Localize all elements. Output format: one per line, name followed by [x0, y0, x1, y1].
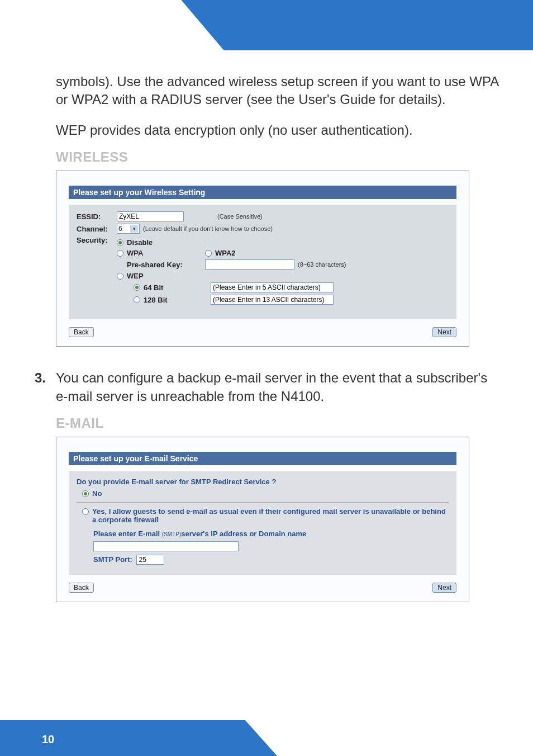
essid-label: ESSID:	[77, 212, 117, 221]
chevron-down-icon: ▾	[130, 225, 138, 233]
radio-email-no[interactable]	[82, 490, 89, 497]
wpa-label: WPA	[127, 249, 205, 257]
wireless-next-button[interactable]: Next	[432, 327, 456, 337]
email-form: Do you provide E-mail server for SMTP Re…	[69, 471, 456, 575]
email-heading: E-MAIL	[56, 415, 499, 431]
divider	[77, 502, 449, 503]
psk-label: Pre-shared Key:	[127, 261, 205, 269]
smtp-port-input[interactable]	[136, 555, 164, 565]
radio-wpa2[interactable]	[205, 250, 212, 257]
email-back-button[interactable]: Back	[69, 583, 94, 593]
radio-email-yes[interactable]	[82, 508, 89, 515]
bit128-input[interactable]	[211, 295, 334, 305]
channel-select[interactable]: 6 ▾	[117, 224, 140, 234]
wireless-screenshot: Please set up your Wireless Setting ESSI…	[56, 171, 469, 347]
email-enter-line: Please enter E-mail (SMTP)server's IP ad…	[93, 530, 449, 538]
step3-text: You can configure a backup e-mail server…	[56, 369, 499, 405]
bit64-input[interactable]	[211, 282, 334, 292]
channel-hint: (Leave default if you don't know how to …	[143, 225, 273, 232]
email-no-label: No	[92, 489, 102, 498]
step3-number: 3.	[35, 370, 46, 386]
security-label: Security:	[77, 236, 117, 244]
email-screenshot: Please set up your E-mail Service Do you…	[56, 437, 469, 602]
wep-label: WEP	[127, 272, 144, 280]
page-number: 10	[42, 733, 54, 746]
enter-suffix: server's IP address or Domain name	[181, 530, 306, 538]
email-next-button[interactable]: Next	[432, 583, 456, 593]
disable-label: Disable	[127, 238, 153, 247]
smtp-small: (SMTP)	[162, 531, 181, 537]
intro-paragraph: symbols). Use the advanced wireless setu…	[56, 73, 499, 109]
essid-hint: (Case Sensitive)	[217, 213, 263, 220]
email-server-input[interactable]	[93, 541, 239, 551]
radio-128bit[interactable]	[134, 296, 140, 303]
radio-wpa[interactable]	[117, 250, 123, 257]
channel-value: 6	[118, 225, 129, 233]
channel-label: Channel:	[77, 225, 117, 233]
wep-note: WEP provides data encryption only (no us…	[56, 121, 499, 139]
radio-64bit[interactable]	[134, 284, 140, 291]
psk-input[interactable]	[205, 259, 294, 270]
radio-disable[interactable]	[117, 239, 123, 246]
smtp-port-label: SMTP Port:	[93, 555, 132, 564]
bit128-label: 128 Bit	[144, 296, 211, 304]
email-question: Do you provide E-mail server for SMTP Re…	[77, 478, 449, 486]
wireless-heading: WIRELESS	[56, 149, 499, 165]
footer-shape	[0, 720, 533, 756]
wpa2-label: WPA2	[215, 249, 236, 257]
wireless-back-button[interactable]: Back	[69, 327, 94, 337]
radio-wep[interactable]	[117, 273, 123, 280]
wireless-panel-title: Please set up your Wireless Setting	[69, 186, 456, 199]
email-panel-title: Please set up your E-mail Service	[69, 452, 456, 465]
psk-hint: (8~63 characters)	[298, 261, 346, 268]
email-yes-label: Yes, I allow guests to send e-mail as us…	[92, 507, 449, 524]
enter-prefix: Please enter E-mail	[93, 530, 162, 538]
bit64-label: 64 Bit	[144, 284, 211, 292]
essid-input[interactable]	[117, 211, 184, 221]
wireless-form: ESSID: (Case Sensitive) Channel: 6 ▾ (Le…	[69, 205, 456, 319]
